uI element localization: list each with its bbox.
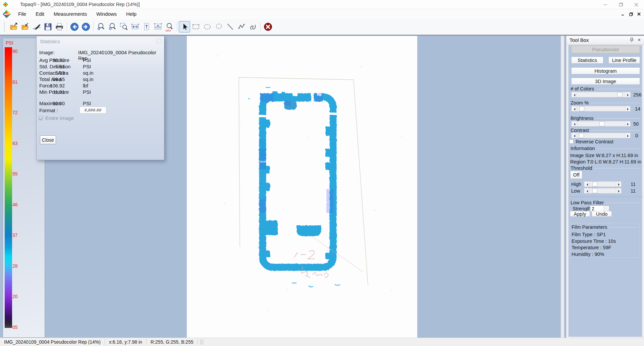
threshold-group-label: Threshold <box>571 165 640 171</box>
slider-right-arrow[interactable] <box>616 188 621 193</box>
brightness-value: 50 <box>633 121 639 127</box>
threshold-off-button[interactable]: Off <box>570 171 582 179</box>
psi-label: 46 <box>12 202 28 233</box>
slider-left-arrow[interactable] <box>584 188 590 193</box>
film-parameter-line: Film Type : SP1 <box>572 232 639 238</box>
spin-up-icon[interactable] <box>604 206 609 209</box>
forward-icon[interactable] <box>80 21 92 32</box>
zoom-in-icon[interactable] <box>107 21 118 32</box>
child-restore-icon[interactable] <box>628 11 634 17</box>
status-cell: R:255, G:255, B:255 <box>147 339 198 345</box>
slider-left-arrow[interactable] <box>572 106 577 111</box>
toolbox-header[interactable]: Tool Box × <box>566 36 644 45</box>
back-icon[interactable] <box>69 21 80 32</box>
toolbox-close-icon[interactable]: × <box>638 37 641 43</box>
child-minimize-icon[interactable] <box>620 11 626 17</box>
slider-right-arrow[interactable] <box>625 92 630 97</box>
menu-item[interactable]: Help <box>121 9 141 19</box>
line-tool-icon[interactable] <box>224 21 236 32</box>
fit-height-icon[interactable] <box>141 21 152 32</box>
statistics-dialog[interactable]: Statistics Image: IMG_20240109_0004 Pseu… <box>36 36 164 160</box>
stat-row-value: 106.92 <box>39 83 65 88</box>
slider-right-arrow[interactable] <box>625 121 630 126</box>
slider-thumb[interactable] <box>579 106 584 111</box>
toolbar-grip[interactable] <box>4 22 5 32</box>
slider-thumb[interactable] <box>592 182 597 187</box>
reverse-contrast-label: Reverse Contrast <box>576 139 613 144</box>
slider-thumb[interactable] <box>579 133 584 138</box>
statistics-dialog-title[interactable]: Statistics <box>40 39 60 44</box>
menu-item[interactable]: Measurements <box>49 9 92 19</box>
fit-page-icon[interactable] <box>152 21 164 32</box>
status-grip <box>200 339 203 345</box>
slider-right-arrow[interactable] <box>625 106 630 111</box>
rect-select-icon[interactable] <box>190 21 202 32</box>
close-button[interactable]: Close <box>40 135 56 144</box>
curve-tool-icon[interactable] <box>247 21 259 32</box>
stat-maximum-row: Maximum 90.00 PSI <box>39 100 162 107</box>
line-profile-button[interactable]: Line Profile <box>608 57 640 64</box>
pin-icon[interactable] <box>630 38 634 43</box>
slider-left-arrow[interactable] <box>572 133 577 138</box>
slider-thumb[interactable] <box>617 92 622 97</box>
entire-image-checkbox[interactable] <box>39 116 43 120</box>
film-parameters-label: Film Parameters <box>572 224 638 230</box>
slider-left-arrow[interactable] <box>572 121 577 126</box>
slider-left-arrow[interactable] <box>572 92 577 97</box>
delete-annotation-icon[interactable] <box>262 21 274 32</box>
high-label: High <box>571 182 581 187</box>
cursor-select-icon[interactable] <box>179 21 190 32</box>
slider-left-arrow[interactable] <box>584 182 590 187</box>
minimize-icon[interactable] <box>598 0 613 9</box>
canvas-vertical-scrollbar[interactable] <box>560 36 565 339</box>
zoom-out-icon[interactable] <box>95 21 107 32</box>
menu-item[interactable]: File <box>13 9 31 19</box>
brightness-slider[interactable] <box>571 121 631 127</box>
slider-thumb[interactable] <box>592 188 597 193</box>
stat-row: Avg Pressure 30.32 PSI <box>39 57 162 63</box>
reverse-contrast-checkbox[interactable] <box>569 139 574 144</box>
3d-image-button[interactable]: 3D Image <box>571 78 640 85</box>
child-close-icon[interactable] <box>636 11 642 17</box>
zoom-value: 14 <box>635 106 640 112</box>
zoom-region-icon[interactable] <box>118 21 129 32</box>
high-slider[interactable] <box>584 181 622 187</box>
undo-button[interactable]: Undo <box>592 211 612 217</box>
gasket-pressure-image <box>187 36 417 339</box>
statistics-button[interactable]: Statistics <box>571 57 603 64</box>
restore-icon[interactable] <box>613 0 629 9</box>
colors-slider[interactable] <box>571 92 631 97</box>
apply-button[interactable]: Apply <box>570 211 590 217</box>
title-bar[interactable]: Topaq® - [IMG_20240109_0004 Pseudocolor … <box>0 0 644 9</box>
pressure-image-page[interactable] <box>187 36 417 339</box>
stat-row: Min Pressure 11.01 PSI <box>39 89 162 95</box>
slider-thumb[interactable] <box>599 121 604 126</box>
menu-item[interactable]: Edit <box>31 9 49 19</box>
fit-width-icon[interactable] <box>129 21 141 32</box>
open-folder-icon[interactable] <box>8 21 19 32</box>
contrast-slider[interactable] <box>571 133 631 138</box>
zoom-slider[interactable] <box>571 106 631 112</box>
format-input[interactable] <box>79 107 106 114</box>
low-slider[interactable] <box>584 188 622 194</box>
lasso-select-icon[interactable] <box>213 21 224 32</box>
film-parameter-line: Temperature : 59F <box>572 245 639 252</box>
pseudocolor-button[interactable]: Pseudocolor <box>571 46 640 53</box>
stat-row-value: 96.65 <box>39 77 65 82</box>
slider-right-arrow[interactable] <box>625 133 630 138</box>
entire-image-label: Entire Image <box>45 115 74 121</box>
save-icon[interactable] <box>42 21 54 32</box>
menu-item[interactable]: Windows <box>92 9 121 19</box>
window-title: Topaq® - [IMG_20240109_0004 Pseudocolor … <box>20 2 140 7</box>
import-folder-icon[interactable] <box>19 21 31 32</box>
ellipse-select-icon[interactable] <box>202 21 213 32</box>
scan-icon[interactable] <box>31 21 42 32</box>
polyline-tool-icon[interactable] <box>236 21 247 32</box>
statistics-dialog-close-icon[interactable] <box>156 39 161 44</box>
zoom-100-icon[interactable]: 100% <box>164 21 175 32</box>
close-icon[interactable] <box>629 0 644 9</box>
slider-right-arrow[interactable] <box>616 182 621 187</box>
stat-row: Std. Deviation 7.51 PSI <box>39 63 162 70</box>
print-icon[interactable] <box>54 21 65 32</box>
histogram-button[interactable]: Histogram <box>571 67 640 74</box>
